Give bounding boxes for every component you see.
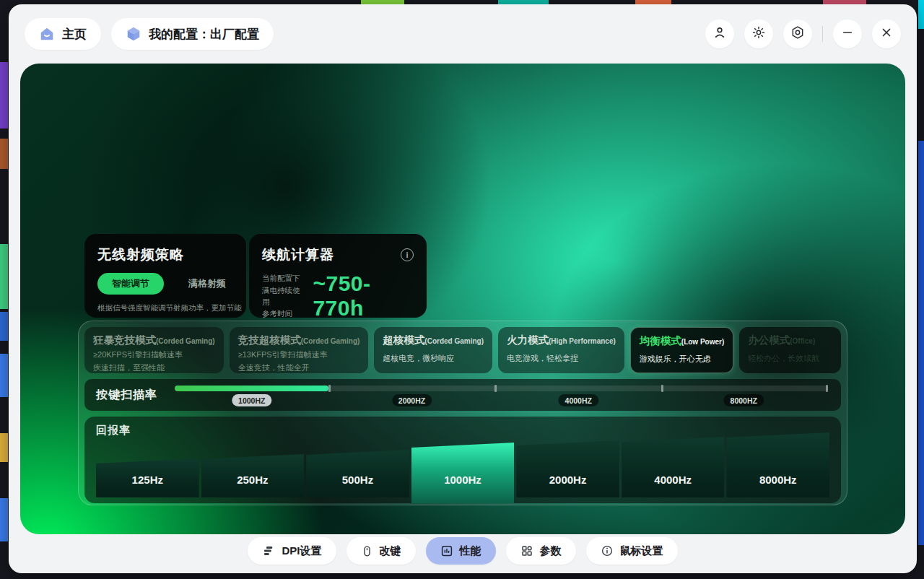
topbar-divider bbox=[822, 26, 823, 42]
mode-description-line: 游戏娱乐，开心无虑 bbox=[640, 354, 724, 365]
scan-rate-slider[interactable] bbox=[175, 386, 828, 391]
mode-tag: (Corded Gaming) bbox=[424, 337, 484, 345]
nav-label: 鼠标设置 bbox=[620, 544, 663, 558]
battery-info-icon[interactable]: i bbox=[401, 248, 414, 261]
polling-rate-value: 4000Hz bbox=[622, 474, 725, 486]
polling-rate-value: 2000Hz bbox=[516, 474, 619, 486]
topbar: 主页 我的配置：出厂配置 bbox=[9, 4, 917, 64]
scan-tick bbox=[494, 385, 497, 392]
mode-name: 竞技超核模式 bbox=[238, 334, 301, 346]
nav-dpi-list-button[interactable]: DPI设置 bbox=[248, 537, 336, 565]
polling-rate-value: 250Hz bbox=[201, 474, 305, 486]
battery-title: 续航计算器 bbox=[262, 245, 334, 264]
nav-label: 参数 bbox=[540, 544, 562, 558]
rf-strategy-title: 无线射频策略 bbox=[97, 245, 233, 264]
minimize-icon bbox=[841, 26, 854, 42]
settings-icon bbox=[790, 25, 805, 43]
mode-name: 狂暴竞技模式 bbox=[93, 334, 156, 346]
polling-rate-option-4000hz[interactable]: 4000Hz bbox=[622, 437, 725, 497]
user-icon bbox=[712, 25, 727, 43]
polling-rate-option-2000hz[interactable]: 2000Hz bbox=[516, 440, 619, 497]
mode-description-line: ≥13KFPS引擎扫描帧速率 bbox=[238, 349, 360, 360]
polling-rate-panel: 回报率 125Hz250Hz500Hz1000Hz2000Hz4000Hz800… bbox=[84, 417, 841, 503]
mode-name: 均衡模式 bbox=[640, 335, 681, 347]
polling-rate-value: 125Hz bbox=[96, 474, 199, 486]
mode-tab-selected[interactable]: 均衡模式(Low Power)游戏娱乐，开心无虑 bbox=[630, 327, 733, 373]
rf-description: 根据信号强度智能调节射频功率，更加节能 bbox=[97, 303, 233, 313]
polling-rate-option-1000hz[interactable]: 1000Hz bbox=[411, 443, 515, 503]
mode-tabs: 狂暴竞技模式(Corded Gaming)≥20KFPS引擎扫描帧速率疾速扫描，… bbox=[84, 327, 841, 373]
polling-rate-option-500hz[interactable]: 500Hz bbox=[306, 450, 409, 497]
nav-label: 改键 bbox=[380, 544, 401, 558]
window-controls bbox=[705, 19, 901, 48]
brightness-button[interactable] bbox=[744, 19, 773, 48]
mode-description-line: 轻松办公，长效续航 bbox=[748, 353, 832, 364]
polling-rate-value: 1000Hz bbox=[411, 474, 515, 486]
settings-button[interactable] bbox=[783, 19, 812, 48]
mode-description-line: 全速竞技，性能全开 bbox=[238, 362, 360, 373]
scan-rate-option-8000hz[interactable]: 8000HZ bbox=[724, 394, 764, 406]
scan-rate-label: 按键扫描率 bbox=[96, 388, 157, 403]
dpi-list-icon bbox=[262, 544, 275, 557]
polling-rate-option-250hz[interactable]: 250Hz bbox=[201, 454, 305, 497]
user-button[interactable] bbox=[705, 19, 734, 48]
mode-tag: (Low Power) bbox=[681, 338, 724, 346]
scan-tick bbox=[661, 385, 663, 392]
mode-description-line: ≥20KFPS引擎扫描帧速率 bbox=[93, 349, 215, 360]
polling-rate-value: 500Hz bbox=[306, 474, 409, 486]
scan-rate-row: 按键扫描率 1000HZ2000HZ4000HZ8000HZ bbox=[84, 379, 841, 411]
home-icon bbox=[39, 26, 55, 42]
scan-rate-option-1000hz[interactable]: 1000HZ bbox=[232, 394, 271, 406]
battery-note-line: 参考时间 bbox=[262, 308, 304, 319]
close-button[interactable] bbox=[872, 19, 901, 48]
rf-option-full[interactable]: 满格射频 bbox=[188, 277, 226, 290]
scan-rate-option-4000hz[interactable]: 4000HZ bbox=[559, 394, 598, 406]
mode-tab-corded-gaming[interactable]: 狂暴竞技模式(Corded Gaming)≥20KFPS引擎扫描帧速率疾速扫描，… bbox=[84, 327, 224, 373]
scan-rate-options: 1000HZ2000HZ4000HZ8000HZ bbox=[175, 394, 828, 407]
rf-option-smart[interactable]: 智能调节 bbox=[97, 273, 164, 295]
scan-rate-fill bbox=[175, 386, 328, 391]
nav-grid-button[interactable]: 参数 bbox=[506, 537, 576, 565]
mode-tag: (Office) bbox=[790, 337, 815, 345]
nav-label: DPI设置 bbox=[282, 544, 321, 558]
nav-label: 性能 bbox=[460, 544, 481, 558]
scan-tick bbox=[328, 385, 331, 392]
bottom-nav: DPI设置改键性能参数鼠标设置 bbox=[9, 528, 917, 573]
polling-rate-option-125hz[interactable]: 125Hz bbox=[96, 458, 199, 497]
home-label: 主页 bbox=[62, 26, 87, 43]
battery-note-line: 满电持续使用 bbox=[262, 284, 304, 308]
scan-tick bbox=[826, 385, 828, 392]
grid-icon bbox=[520, 544, 533, 557]
rf-toggle: 智能调节 满格射频 bbox=[97, 273, 233, 295]
nav-performance-chart-button[interactable]: 性能 bbox=[426, 537, 496, 565]
close-icon bbox=[880, 26, 893, 42]
config-cube-icon bbox=[126, 26, 141, 42]
mode-tab-corded-gaming[interactable]: 超核模式(Corded Gaming)超核电竞，微秒响应 bbox=[374, 327, 492, 373]
info-icon bbox=[601, 544, 614, 557]
mode-name: 超核模式 bbox=[383, 334, 424, 346]
polling-rate-value: 8000Hz bbox=[726, 474, 829, 486]
performance-panel: 狂暴竞技模式(Corded Gaming)≥20KFPS引擎扫描帧速率疾速扫描，… bbox=[78, 321, 847, 505]
scan-rate-option-2000hz[interactable]: 2000HZ bbox=[392, 394, 432, 406]
minimize-button[interactable] bbox=[833, 19, 862, 48]
mode-description-line: 疾速扫描，至强性能 bbox=[93, 362, 215, 373]
config-label: 我的配置：出厂配置 bbox=[149, 26, 259, 43]
battery-notes: 当前配置下满电持续使用参考时间 bbox=[262, 272, 304, 319]
mode-tab-high-performance[interactable]: 火力模式(High Performance)电竞游戏，轻松拿捏 bbox=[498, 327, 624, 373]
nav-info-button[interactable]: 鼠标设置 bbox=[586, 537, 678, 565]
home-button[interactable]: 主页 bbox=[25, 18, 101, 50]
mode-name: 办公模式 bbox=[748, 334, 790, 346]
nav-mouse-button[interactable]: 改键 bbox=[346, 537, 416, 565]
mode-tab-office[interactable]: 办公模式(Office)轻松办公，长效续航 bbox=[739, 327, 841, 373]
mode-tag: (High Performance) bbox=[549, 337, 616, 345]
mouse-icon bbox=[361, 545, 373, 557]
config-button[interactable]: 我的配置：出厂配置 bbox=[111, 18, 274, 50]
mode-description-line: 超核电竞，微秒响应 bbox=[383, 353, 484, 364]
mode-tab-corded-gaming[interactable]: 竞技超核模式(Corded Gaming)≥13KFPS引擎扫描帧速率全速竞技，… bbox=[230, 327, 369, 373]
polling-rate-option-8000hz[interactable]: 8000Hz bbox=[726, 432, 829, 497]
mode-tag: (Corded Gaming) bbox=[301, 337, 360, 345]
app-window: 主页 我的配置：出厂配置 无线射频策略 智能调节 满格射频 根据信号强度智能调节… bbox=[9, 4, 917, 573]
battery-value: ~750-770h bbox=[313, 271, 414, 321]
battery-calculator-card: 续航计算器 i 当前配置下满电持续使用参考时间 ~750-770h bbox=[249, 234, 427, 318]
battery-note-line: 当前配置下 bbox=[262, 272, 304, 284]
